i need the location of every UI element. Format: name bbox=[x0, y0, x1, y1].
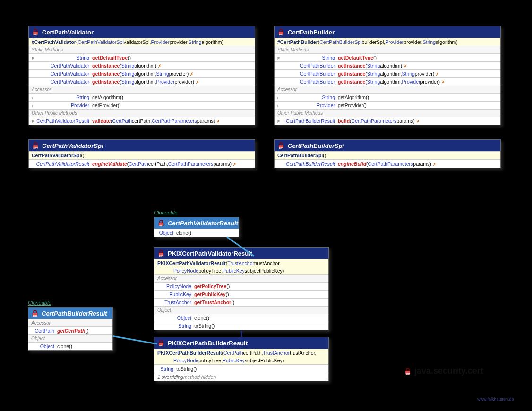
section-other: Other Public Methods bbox=[275, 109, 500, 117]
section-accessor: Accessor bbox=[154, 274, 328, 282]
class-name: CertPathValidator bbox=[42, 29, 94, 36]
method-row: Objectclone () bbox=[154, 314, 328, 322]
cert-lock-icon bbox=[32, 142, 39, 149]
method-row: PolicyNodegetPolicyTree () bbox=[154, 282, 328, 290]
method-row: StringtoString () bbox=[154, 322, 328, 330]
section-other: Other Public Methods bbox=[29, 109, 255, 117]
cert-lock-icon bbox=[277, 142, 285, 149]
method-row: CertPathValidatorgetInstance (String alg… bbox=[29, 77, 255, 86]
section-static: Static Methods bbox=[275, 46, 500, 53]
method-row: CertPathgetCertPath () bbox=[28, 326, 112, 334]
cert-lock-icon bbox=[157, 249, 165, 257]
method-row: StringtoString () bbox=[154, 364, 328, 373]
class-certpathvalidatorspi: CertPathValidatorSpi CertPathValidatorSp… bbox=[28, 139, 255, 168]
class-header: CertPathBuilderResult bbox=[28, 308, 112, 319]
class-header: PKIXCertPathValidatorResult bbox=[154, 248, 328, 259]
class-pkixcertpathvalidatorresult: PKIXCertPathValidatorResult PKIXCertPath… bbox=[154, 247, 329, 330]
class-name: CertPathBuilderResult bbox=[42, 310, 107, 317]
cert-lock-icon bbox=[157, 219, 165, 227]
cert-lock-icon bbox=[31, 309, 39, 317]
stereotype-cloneable[interactable]: Cloneable bbox=[154, 210, 178, 215]
class-certpathbuilder: CertPathBuilder #CertPathBuilder (CertPa… bbox=[274, 26, 501, 125]
class-name: PKIXCertPathBuilderResult bbox=[168, 340, 248, 347]
method-row: CertPathValidatorgetInstance (String alg… bbox=[29, 69, 255, 77]
class-name: CertPathBuilderSpi bbox=[288, 142, 344, 149]
method-row: CertPathBuildergetInstance (String algor… bbox=[275, 69, 500, 77]
method-row: CertPathBuildergetInstance (String algor… bbox=[275, 61, 500, 69]
footer-link[interactable]: www.falkhausen.de bbox=[477, 397, 514, 402]
method-row: FStringgetAlgorithm () bbox=[29, 93, 255, 101]
class-certpathvalidator: CertPathValidator #CertPathValidator (Ce… bbox=[28, 26, 255, 125]
constructor-row: PKIXCertPathValidatorResult (TrustAnchor… bbox=[154, 259, 328, 267]
class-name: PKIXCertPathValidatorResult bbox=[168, 250, 252, 257]
method-row: FCertPathValidatorResultvalidate (CertPa… bbox=[29, 117, 255, 125]
constructor-row: #CertPathValidator (CertPathValidatorSpi… bbox=[29, 38, 255, 46]
class-header: PKIXCertPathBuilderResult bbox=[154, 337, 328, 349]
class-header: CertPathValidatorSpi bbox=[29, 140, 255, 151]
section-object: Object bbox=[28, 334, 112, 342]
method-row: FStringgetAlgorithm () bbox=[275, 93, 500, 101]
package-label: java.security.cert bbox=[404, 366, 483, 376]
section-accessor: Accessor bbox=[29, 86, 255, 93]
method-row: Objectclone () bbox=[154, 229, 239, 237]
class-name: CertPathValidatorResult bbox=[168, 220, 238, 227]
method-row: FProvidergetProvider () bbox=[29, 101, 255, 109]
section-static: Static Methods bbox=[29, 46, 255, 53]
method-row: PublicKeygetPublicKey () bbox=[154, 290, 328, 298]
method-row: FProvidergetProvider () bbox=[275, 101, 500, 109]
method-row: CertPathBuilderResultengineBuild (CertPa… bbox=[275, 159, 500, 168]
class-name: CertPathBuilder bbox=[288, 29, 335, 36]
interface-certpathvalidatorresult: CertPathValidatorResult Objectclone () bbox=[154, 217, 239, 237]
connector bbox=[241, 331, 242, 337]
stereotype-cloneable[interactable]: Cloneable bbox=[28, 300, 51, 306]
interface-certpathbuilderresult: CertPathBuilderResult Accessor CertPathg… bbox=[28, 307, 113, 351]
method-row: FCertPathBuilderResultbuild (CertPathPar… bbox=[275, 117, 500, 125]
constructor-row-cont: PolicyNode policyTree, PublicKey subject… bbox=[154, 267, 328, 274]
constructor-row: PKIXCertPathBuilderResult (CertPath cert… bbox=[154, 349, 328, 357]
cert-lock-icon bbox=[404, 368, 412, 375]
class-header: CertPathValidatorResult bbox=[154, 217, 239, 229]
method-row: Objectclone () bbox=[28, 342, 112, 350]
class-certpathbuilderspi: CertPathBuilderSpi CertPathBuilderSpi ()… bbox=[274, 139, 501, 168]
class-header: CertPathBuilderSpi bbox=[275, 140, 500, 151]
method-row: FStringgetDefaultType () bbox=[29, 53, 255, 61]
connector bbox=[113, 335, 157, 344]
method-row: TrustAnchorgetTrustAnchor () bbox=[154, 298, 328, 306]
constructor-row: CertPathValidatorSpi () bbox=[29, 151, 255, 159]
section-accessor: Accessor bbox=[275, 86, 500, 93]
method-row: CertPathBuildergetInstance (String algor… bbox=[275, 77, 500, 86]
class-header: CertPathBuilder bbox=[275, 26, 500, 38]
section-accessor: Accessor bbox=[28, 319, 112, 326]
class-pkixcertpathbuilderresult: PKIXCertPathBuilderResult PKIXCertPathBu… bbox=[154, 337, 329, 381]
method-row: FStringgetDefaultType () bbox=[275, 53, 500, 61]
cert-lock-icon bbox=[157, 339, 165, 347]
class-name: CertPathValidatorSpi bbox=[42, 142, 103, 149]
class-header: CertPathValidator bbox=[29, 26, 255, 38]
method-row: CertPathValidatorgetInstance (String alg… bbox=[29, 61, 255, 69]
note-row: 1 overriding method hidden bbox=[154, 373, 328, 381]
method-row: CertPathValidatorResultengineValidate (C… bbox=[29, 159, 255, 168]
section-object: Object bbox=[154, 306, 328, 314]
cert-lock-icon bbox=[32, 28, 39, 36]
constructor-row: #CertPathBuilder (CertPathBuilderSpi bui… bbox=[275, 38, 500, 46]
constructor-row-cont: PolicyNode policyTree, PublicKey subject… bbox=[154, 357, 328, 364]
cert-lock-icon bbox=[277, 28, 285, 36]
constructor-row: CertPathBuilderSpi () bbox=[275, 151, 500, 159]
